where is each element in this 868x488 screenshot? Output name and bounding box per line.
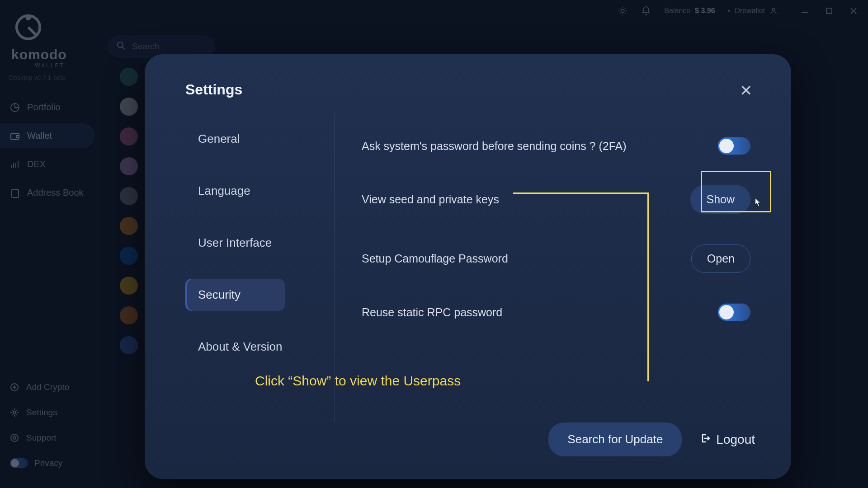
logout-button[interactable]: Logout	[700, 432, 755, 447]
brand-name: komodo	[11, 47, 113, 62]
brand-sub: WALLET	[11, 62, 88, 69]
balance-label: Balance	[664, 7, 690, 15]
user-name: Drewallet	[735, 7, 765, 15]
privacy-toggle[interactable]	[10, 458, 28, 468]
coin-list	[120, 68, 138, 354]
tab-general[interactable]: General	[185, 123, 253, 155]
sidebar-label-support: Support	[26, 433, 57, 443]
open-button[interactable]: Open	[691, 244, 750, 273]
svg-point-11	[13, 411, 16, 414]
user-menu[interactable]: • Drewallet	[728, 7, 778, 15]
svg-rect-2	[802, 12, 808, 13]
sidebar-item-support[interactable]: Support	[0, 427, 95, 449]
maximize-icon[interactable]	[824, 5, 835, 16]
tab-language[interactable]: Language	[185, 175, 263, 207]
plus-icon	[10, 383, 19, 392]
sidebar-item-wallet[interactable]: Wallet	[0, 123, 95, 148]
sidebar: komodo WALLET Desktop v0.7.1-beta Portfo…	[0, 0, 113, 488]
brand-logo: komodo WALLET	[0, 14, 113, 69]
toggle-2fa[interactable]	[718, 137, 750, 155]
search-input[interactable]	[132, 42, 206, 52]
dex-icon	[10, 160, 20, 169]
tab-security[interactable]: Security	[185, 279, 285, 311]
coin-icon[interactable]	[120, 247, 138, 265]
search-update-button[interactable]: Search for Update	[548, 422, 682, 456]
user-icon	[769, 7, 778, 15]
balance-value: $ 3.96	[695, 7, 715, 15]
portfolio-icon	[10, 103, 20, 113]
sidebar-item-portfolio[interactable]: Portfolio	[0, 95, 95, 120]
close-window-icon[interactable]	[848, 5, 859, 16]
sidebar-label-privacy: Privacy	[34, 458, 62, 468]
theme-icon[interactable]	[617, 5, 628, 16]
svg-point-14	[118, 42, 123, 47]
bell-icon[interactable]	[641, 5, 651, 16]
sidebar-item-settings[interactable]: Settings	[0, 401, 95, 424]
sidebar-label-wallet: Wallet	[27, 131, 52, 141]
addressbook-icon	[10, 188, 20, 198]
tab-user-interface[interactable]: User Interface	[185, 227, 284, 259]
sidebar-label-settings: Settings	[26, 408, 57, 418]
row-label-2fa: Ask system's password before sending coi…	[362, 140, 627, 153]
svg-rect-3	[826, 8, 832, 14]
sidebar-item-addcrypto[interactable]: Add Crypto	[0, 376, 95, 399]
tab-about[interactable]: About & Version	[185, 331, 295, 363]
settings-modal: Settings ✕ General Language User Interfa…	[145, 54, 791, 479]
balance-display: Balance $ 3.96	[664, 7, 715, 15]
support-icon	[10, 433, 19, 442]
svg-point-5	[26, 15, 31, 21]
row-label-seed: View seed and private keys	[362, 193, 499, 206]
sidebar-label-addressbook: Address Book	[27, 188, 84, 198]
coin-icon[interactable]	[120, 217, 138, 235]
logout-icon	[700, 432, 711, 447]
row-label-rpc: Reuse static RPC password	[362, 306, 502, 319]
svg-point-0	[621, 9, 624, 12]
window-topbar: Balance $ 3.96 • Drewallet	[608, 0, 868, 22]
gear-icon	[10, 408, 19, 417]
logout-label: Logout	[716, 432, 755, 447]
version-label: Desktop v0.7.1-beta	[0, 74, 113, 81]
komodo-logo-icon	[11, 14, 45, 45]
show-button[interactable]: Show	[690, 185, 750, 214]
search-icon	[117, 41, 126, 52]
svg-point-12	[11, 434, 18, 441]
coin-icon[interactable]	[120, 157, 138, 175]
wallet-icon	[10, 131, 20, 141]
coin-icon[interactable]	[120, 277, 138, 295]
modal-title: Settings	[185, 81, 242, 98]
svg-rect-9	[12, 189, 19, 197]
sidebar-label-addcrypto: Add Crypto	[26, 382, 69, 392]
toggle-rpc[interactable]	[718, 304, 750, 321]
close-icon[interactable]: ✕	[737, 81, 755, 99]
coin-icon[interactable]	[120, 68, 138, 86]
annotation-text: Click “Show” to view the Userpass	[255, 373, 461, 389]
coin-icon[interactable]	[120, 336, 138, 354]
sidebar-label-dex: DEX	[27, 159, 46, 169]
coin-icon[interactable]	[120, 306, 138, 324]
coin-icon[interactable]	[120, 187, 138, 205]
sidebar-item-addressbook[interactable]: Address Book	[0, 180, 95, 205]
sidebar-label-portfolio: Portfolio	[27, 102, 60, 113]
sidebar-item-dex[interactable]: DEX	[0, 152, 95, 177]
svg-rect-8	[16, 136, 19, 137]
coin-icon[interactable]	[120, 98, 138, 116]
svg-rect-7	[11, 133, 19, 140]
row-label-camo: Setup Camouflage Password	[362, 252, 508, 265]
sidebar-item-privacy[interactable]: Privacy	[0, 452, 113, 474]
svg-point-13	[13, 436, 16, 439]
svg-point-1	[772, 8, 775, 11]
coin-icon[interactable]	[120, 127, 138, 145]
minimize-icon[interactable]	[799, 5, 810, 16]
